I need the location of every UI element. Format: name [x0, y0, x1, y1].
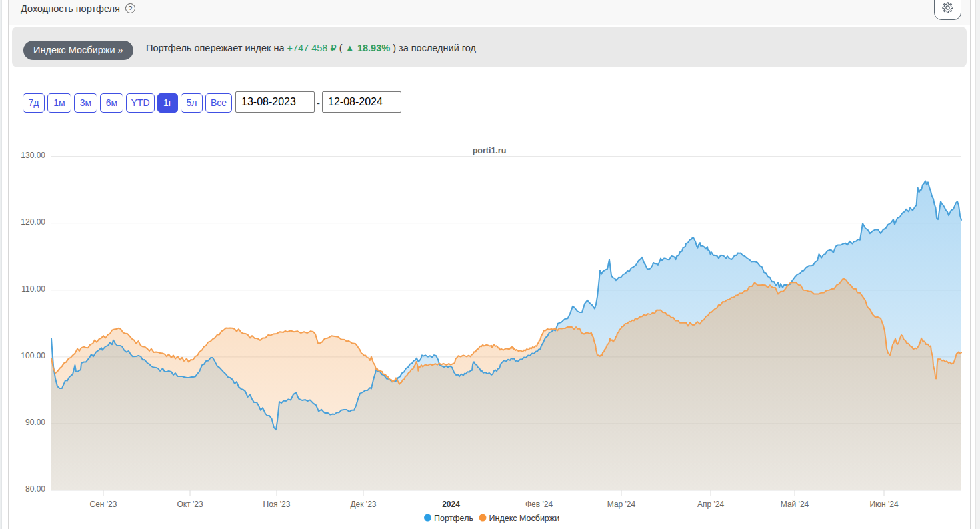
svg-text:Сен '23: Сен '23 — [90, 500, 117, 509]
svg-text:Окт '23: Окт '23 — [177, 500, 203, 509]
svg-text:2024: 2024 — [442, 500, 460, 509]
svg-text:Май '24: Май '24 — [781, 500, 809, 509]
svg-text:130.00: 130.00 — [21, 151, 45, 160]
svg-text:Мар '24: Мар '24 — [607, 500, 636, 509]
svg-text:Дек '23: Дек '23 — [350, 500, 376, 509]
svg-text:Ноя '23: Ноя '23 — [263, 500, 291, 509]
svg-text:Индекс Мосбиржи: Индекс Мосбиржи — [489, 514, 560, 523]
svg-text:Фев '24: Фев '24 — [525, 500, 553, 509]
svg-text:Портфель: Портфель — [434, 514, 473, 523]
svg-text:Апр '24: Апр '24 — [697, 500, 724, 509]
svg-text:100.00: 100.00 — [21, 351, 45, 360]
svg-text:120.00: 120.00 — [21, 217, 45, 227]
svg-text:Июн '24: Июн '24 — [869, 500, 899, 509]
svg-text:porti1.ru: porti1.ru — [473, 146, 507, 155]
svg-text:90.00: 90.00 — [25, 418, 45, 427]
svg-text:110.00: 110.00 — [21, 284, 45, 294]
svg-text:80.00: 80.00 — [25, 484, 45, 494]
